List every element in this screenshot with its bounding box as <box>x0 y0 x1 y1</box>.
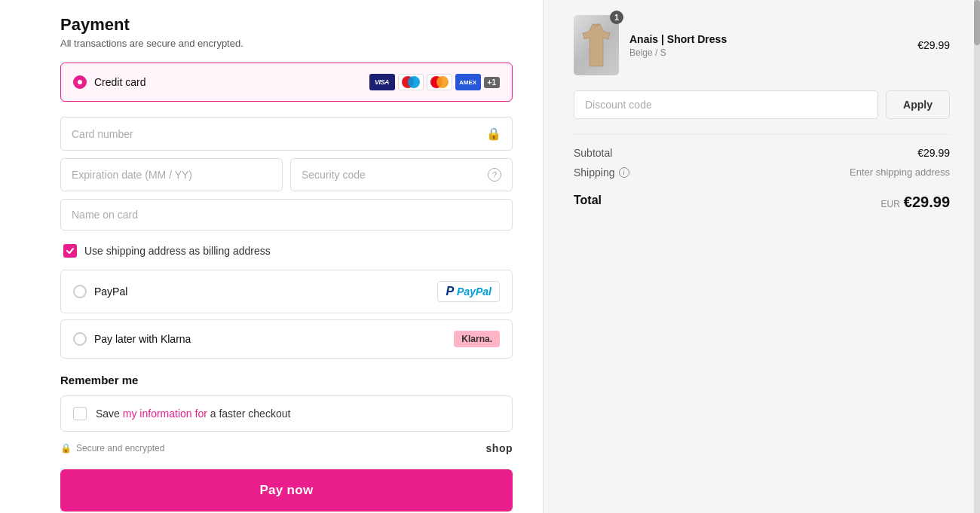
checkmark-icon <box>66 246 75 255</box>
remember-title: Remember me <box>60 374 513 386</box>
product-price: €29.99 <box>917 39 950 51</box>
credit-card-radio[interactable] <box>73 75 87 89</box>
lock-icon: 🔒 <box>486 127 501 141</box>
expiry-field[interactable] <box>60 158 283 191</box>
card-number-input[interactable] <box>72 128 486 140</box>
secure-text: Secure and encrypted <box>76 443 164 453</box>
name-on-card-input[interactable] <box>72 209 501 221</box>
name-on-card-field[interactable] <box>60 199 513 231</box>
remember-section: Remember me Save my information for a fa… <box>60 374 513 454</box>
klarna-radio[interactable] <box>73 332 87 346</box>
scrollbar-thumb[interactable] <box>974 0 980 45</box>
subtotal-value: €29.99 <box>917 147 950 159</box>
product-image-wrap: 1 <box>574 15 619 75</box>
product-name: Anais | Short Dress <box>629 33 907 45</box>
paypal-option[interactable]: PayPal P PayPal <box>60 270 513 313</box>
credit-card-label: Credit card <box>94 76 145 88</box>
discount-row: Apply <box>574 90 950 119</box>
subtotal-label: Subtotal <box>574 147 612 159</box>
product-info: Anais | Short Dress Beige / S <box>629 33 907 58</box>
secure-left: 🔒 Secure and encrypted <box>60 443 164 453</box>
save-info-checkbox[interactable] <box>73 407 87 420</box>
shipping-label: Shipping i <box>574 166 629 179</box>
total-amount: EUR €29.99 <box>880 194 950 211</box>
shop-logo: shop <box>486 442 513 454</box>
klarna-logo: Klarna. <box>454 331 500 347</box>
secure-line: 🔒 Secure and encrypted shop <box>60 442 513 454</box>
paypal-text-icon: PayPal <box>457 286 492 298</box>
total-final-row: Total EUR €29.99 <box>574 186 950 211</box>
save-info-label: Save my information for a faster checkou… <box>96 408 290 420</box>
product-variant: Beige / S <box>629 47 907 58</box>
card-number-field[interactable]: 🔒 <box>60 117 513 151</box>
total-value: €29.99 <box>904 194 950 211</box>
security-help-icon[interactable]: ? <box>488 168 501 182</box>
pay-now-button[interactable]: Pay now <box>60 469 513 511</box>
klarna-option-left: Pay later with Klarna <box>73 332 191 346</box>
shipping-row: Shipping i Enter shipping address <box>574 166 950 179</box>
billing-checkbox[interactable] <box>63 244 77 258</box>
klarna-label: Pay later with Klarna <box>94 333 191 345</box>
expiry-input[interactable] <box>72 169 271 181</box>
visa-icon: VISA <box>369 74 395 90</box>
remember-box[interactable]: Save my information for a faster checkou… <box>60 395 513 432</box>
mastercard-icon <box>427 74 452 90</box>
paypal-label: PayPal <box>94 286 127 298</box>
product-image <box>574 15 619 75</box>
subtotal-row: Subtotal €29.99 <box>574 147 950 159</box>
product-quantity-badge: 1 <box>610 11 623 24</box>
dress-silhouette <box>581 23 611 68</box>
payment-title: Payment <box>60 15 513 35</box>
card-logos: VISA AMEX +1 <box>369 74 500 90</box>
security-code-field[interactable]: ? <box>290 158 513 191</box>
paypal-p-icon: P <box>446 285 454 298</box>
paypal-option-left: PayPal <box>73 285 127 298</box>
klarna-option[interactable]: Pay later with Klarna Klarna. <box>60 319 513 359</box>
credit-card-option-left: Credit card <box>73 75 145 89</box>
billing-checkbox-row[interactable]: Use shipping address as billing address <box>60 238 513 264</box>
apply-discount-button[interactable]: Apply <box>886 90 950 119</box>
paypal-radio[interactable] <box>73 285 87 298</box>
security-code-input[interactable] <box>302 169 488 181</box>
total-label: Total <box>574 194 602 211</box>
maestro-icon <box>398 74 424 90</box>
totals-section: Subtotal €29.99 Shipping i Enter shippin… <box>574 134 950 211</box>
shipping-info-icon[interactable]: i <box>619 167 629 178</box>
paypal-logo: P PayPal <box>437 281 500 302</box>
product-row: 1 Anais | Short Dress Beige / S €29.99 <box>574 15 950 75</box>
discount-code-input[interactable] <box>574 90 878 119</box>
shipping-value: Enter shipping address <box>850 166 950 179</box>
amex-icon: AMEX <box>455 74 481 90</box>
payment-subtitle: All transactions are secure and encrypte… <box>60 38 513 49</box>
billing-checkbox-label: Use shipping address as billing address <box>84 245 271 257</box>
more-cards-badge: +1 <box>484 77 500 88</box>
card-details-row: ? <box>60 158 513 191</box>
left-panel: Payment All transactions are secure and … <box>0 0 543 513</box>
right-panel: 1 Anais | Short Dress Beige / S €29.99 A… <box>543 0 980 513</box>
total-currency: EUR <box>880 199 899 209</box>
secure-lock-icon: 🔒 <box>60 443 72 453</box>
card-form: 🔒 ? Use shipping address as billing addr… <box>60 108 513 270</box>
credit-card-option[interactable]: Credit card VISA AMEX +1 <box>60 63 513 102</box>
